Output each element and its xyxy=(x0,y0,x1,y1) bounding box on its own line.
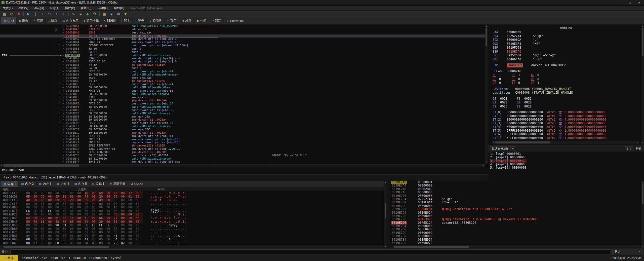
stack-row[interactable]: 0019E7B4022527A4&"`gE" xyxy=(390,198,641,201)
registers-hscrollbar[interactable]: ◄► xyxy=(492,141,639,144)
fpu-register-row[interactable]: ST(2)00000000000000000000x87r2空0.0000000… xyxy=(493,118,644,122)
dump-row[interactable]: 0019ED6000000000000000000000000000000000… xyxy=(0,227,384,231)
dump-row[interactable]: 0019ECE048006500690020005500490000000000… xyxy=(0,198,384,202)
stack-panel[interactable]: 0019E7A0000000010019E7A4000000000019E7A8… xyxy=(390,181,641,245)
flag-cell[interactable]: AF0 xyxy=(531,73,550,77)
register-row[interactable]: ECX000000DA'Ú' xyxy=(493,38,644,42)
stack-row[interactable]: 0019E7E000000000 xyxy=(390,235,641,238)
disasm-row[interactable]: •00401DD2FF75 DCpush dword ptr ss:[ebp-2… xyxy=(0,70,485,73)
stack-row[interactable]: 0019E7BC00000000 xyxy=(390,204,641,208)
flag-cell[interactable]: OF0 xyxy=(493,77,512,81)
run-button[interactable]: ▶ xyxy=(25,11,32,17)
tab-调用堆栈[interactable]: ≡调用堆栈 xyxy=(81,17,101,24)
disassembly-panel[interactable]: •00401DA1E8 F29C0500call <daxxor(32).sub… xyxy=(0,25,485,164)
command-profile-select[interactable]: 默认 ▼ xyxy=(612,249,642,254)
menu-item-插件(P)[interactable]: 插件(P) xyxy=(62,6,78,11)
stack-row[interactable]: 0019E7A400000000 xyxy=(390,184,641,187)
disasm-row[interactable]: •00401DD06A 00push 0 xyxy=(0,67,485,70)
registers-panel[interactable]: 隐藏FPU EAX00000000EBX022527A4&"`gE"ECX000… xyxy=(488,25,644,181)
disasm-row[interactable]: •00401DA1E8 F29C0500call <daxxor(32).sub… xyxy=(0,25,485,28)
menu-item-帮助(H)[interactable]: 帮助(H) xyxy=(111,6,127,11)
tab-断点[interactable]: ●断点 xyxy=(46,17,60,24)
fpu-register-row[interactable]: ST(5)3FFF8000000000000000x87r5空1.0000000… xyxy=(493,129,644,133)
flag-cell[interactable]: TF0 xyxy=(512,81,531,85)
dump-row[interactable]: 0019ED30630072006F0073006F00660074002000… xyxy=(0,216,384,220)
dump-row[interactable]: 0019ED4059006100480065006900200055004900… xyxy=(0,220,384,223)
argument-row[interactable]: 3: [esp+8] 0000284C xyxy=(490,159,527,163)
stack-hscrollbar[interactable]: ◄► xyxy=(390,245,641,248)
disasm-row[interactable]: •00401E21FF45 E4inc dword ptr ss:[ebp-1C… xyxy=(0,135,485,138)
step-into-button[interactable]: ↓ xyxy=(39,11,46,17)
dump-row[interactable]: 0019ECC000000000000000004D00690063007200… xyxy=(0,191,384,195)
favourites-star-button[interactable]: ★ xyxy=(122,11,129,17)
dump-stack-splitter[interactable] xyxy=(387,181,390,248)
disasm-row[interactable]: •00401E1CE9 83020000jmp daxxor(32).4020A… xyxy=(0,131,485,135)
tab-句柄[interactable]: ◉句柄 xyxy=(194,17,209,24)
pause-button[interactable]: ∥ xyxy=(32,11,39,17)
stack-row[interactable]: 0019E7D8005E0A08 xyxy=(390,228,641,231)
tab-引用[interactable]: ↩引用 xyxy=(164,17,179,24)
disasm-row[interactable]: •00401DF8E8 6F2E0600call <JMP.&CloseHand… xyxy=(0,105,485,109)
register-row[interactable]: EDX0019E9A4"XE" xyxy=(493,42,644,46)
stack-row[interactable]: 0019E7B000000000 xyxy=(390,194,641,198)
stack-row[interactable]: 0019E7DC00000002 xyxy=(390,231,641,235)
dump-row[interactable]: 0019EDA0B0020000C0020000980300007C020000… xyxy=(0,241,384,245)
patch-button[interactable]: ✎ xyxy=(70,11,77,17)
registers-vscrollbar[interactable]: ▲▼ xyxy=(641,25,644,144)
stack-vscrollbar[interactable]: ▲▼ xyxy=(641,181,644,248)
cpu-chip-button[interactable]: ▦ xyxy=(101,11,108,17)
disasm-row[interactable]: •00401E17B8 5C020000mov eax,25C xyxy=(0,128,485,131)
label-button[interactable]: ◆ xyxy=(84,11,91,17)
fpu-register-row[interactable]: ST(6)3FFF8000000000000000x87r6空1.0000000… xyxy=(493,132,644,136)
hide-fpu-button[interactable]: 隐藏FPU xyxy=(488,25,644,30)
register-row[interactable]: ESI02252068"哦C"=—&"'—@" xyxy=(493,54,644,58)
fpu-register-row[interactable]: ST(3)00000000000000000000x87r3空0.0000000… xyxy=(493,122,644,125)
menu-item-选项(O)[interactable]: 选项(O) xyxy=(95,6,111,11)
disasm-row[interactable]: •00401DE1E8 862E0600call <JMP.&CloseHand… xyxy=(0,86,485,89)
calculator-button[interactable]: ⊞ xyxy=(115,11,122,17)
comment-button[interactable]: ≡ xyxy=(77,11,84,17)
minimize-button[interactable]: ─ xyxy=(615,0,625,6)
register-row[interactable]: EAX00000000 xyxy=(493,30,644,34)
fpu-register-row[interactable]: ST(7)3FFF8000000000000000x87r7空1.0000000… xyxy=(493,136,644,140)
disasm-row[interactable]: •00401E370F85 48020000jne daxxor(32).402… xyxy=(0,151,485,154)
maximize-button[interactable]: □ xyxy=(625,0,634,6)
tab-跟踪[interactable]: ➔跟踪 xyxy=(209,17,224,24)
tab-SEH链[interactable]: §SEH链 xyxy=(101,17,119,24)
dump-row[interactable]: 0019ED200000000000000000000000004D006900… xyxy=(0,213,384,216)
stack-row[interactable]: 0019E7B80019E9A4L"Hei UI" xyxy=(390,201,641,204)
tab-监视 1[interactable]: ◎监视 1 xyxy=(90,181,107,187)
open-file-button[interactable]: ▤ xyxy=(1,11,8,17)
dump-panel[interactable]: ▦内存 1▦内存 2▦内存 3▦内存 4▦内存 5◎监视 1∗局部变量⊞结构体 … xyxy=(0,181,384,248)
tab-日志[interactable]: ≡日志 xyxy=(17,17,31,24)
run-to-user-code-button[interactable]: ⇓ xyxy=(60,11,67,17)
dump-row[interactable]: 0019ECF000000000000000000000000000000000… xyxy=(0,202,384,206)
argument-row[interactable]: 1: [esp] 00000001 xyxy=(490,152,644,156)
dump-hscrollbar[interactable]: ◄► xyxy=(0,245,384,248)
flag-cell[interactable]: IF1 xyxy=(531,81,550,85)
disasm-row[interactable]: •00401DE6FF75 D0push dword ptr ss:[ebp-3… xyxy=(0,89,485,93)
stack-row[interactable]: 0019E7D400000000 xyxy=(390,225,641,228)
graph-button[interactable]: ◈ xyxy=(108,11,115,17)
disasm-row[interactable]: •00401DE8E8 CC2E0600call <JMP.&FreeLibra… xyxy=(0,93,485,96)
tab-内存 3[interactable]: ▦内存 3 xyxy=(36,181,54,187)
tab-脚本[interactable]: ƒ脚本 xyxy=(119,17,133,24)
dump-row[interactable]: 0019ED906800000000000000410000003A000000… xyxy=(0,238,384,241)
dump-row[interactable]: 0019ED7000000000000000000000000000000000… xyxy=(0,231,384,234)
command-input[interactable] xyxy=(10,249,610,254)
unlock-button[interactable]: 解锁 xyxy=(636,147,641,151)
disassembly-vscrollbar[interactable]: ▲▼ xyxy=(485,25,488,164)
argument-count-stepper[interactable]: 5 ▲▼ xyxy=(625,146,632,151)
argument-row[interactable]: 5: [esp+10] 00000000 xyxy=(490,166,644,170)
close-button[interactable]: ✕ xyxy=(634,0,644,6)
disasm-row[interactable]: •00401DA985C0test eax,eax xyxy=(0,31,485,34)
tab-局部变量[interactable]: ∗局部变量 xyxy=(107,181,128,187)
stack-row[interactable]: 0019E7C40019E924 xyxy=(390,211,641,214)
stack-row[interactable]: 0019E7E40019E924 xyxy=(390,238,641,241)
disasm-row[interactable]: •00401DD5E8 78300600call <JMP.&Terminate… xyxy=(0,73,485,77)
dump-row[interactable]: 0019ED500000000090010000F6FFFFFF00000000… xyxy=(0,223,384,227)
register-row[interactable]: ESP0019E7A0 xyxy=(493,50,644,54)
tab-线程[interactable]: ⇉线程 xyxy=(179,17,194,24)
dump-row[interactable]: 0019ECD06F0073006F0066007400200059006100… xyxy=(0,195,384,198)
stepper-arrows-icon[interactable]: ▲▼ xyxy=(629,147,631,150)
